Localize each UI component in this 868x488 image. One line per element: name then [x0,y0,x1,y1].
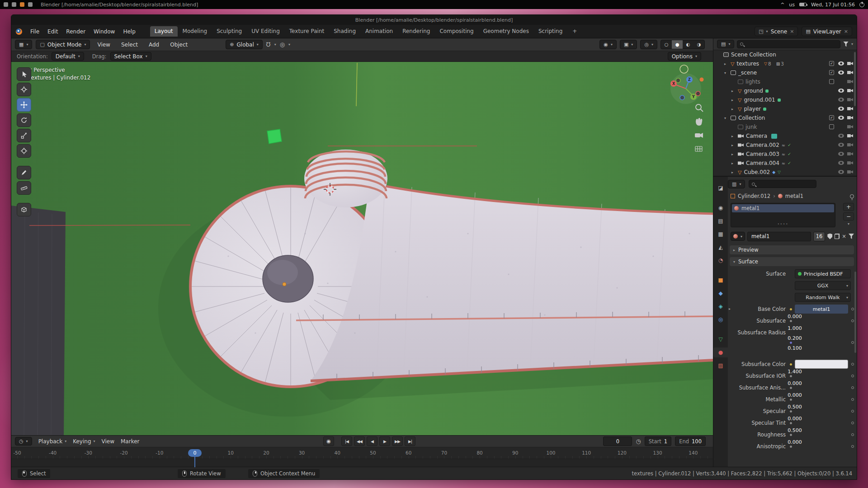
options-dropdown[interactable]: Options▾ [668,52,701,61]
breadcrumb-object[interactable]: Cylinder.012 [738,193,770,199]
mode-selector[interactable]: ▢Object Mode▾ [36,40,90,49]
workspace-tab-geometry-nodes[interactable]: Geometry Nodes [479,26,533,37]
workspace-tab-uv-editing[interactable]: UV Editing [247,26,284,37]
nodes-filter-icon[interactable] [849,234,854,239]
tab-texture[interactable]: ▨ [715,361,726,371]
menu-view[interactable]: View [94,40,113,49]
render-camera-icon[interactable] [847,143,853,147]
outliner-row-player[interactable]: ▸▽ player [713,104,857,113]
keyframe-dot[interactable] [851,363,854,366]
menu-window[interactable]: Window [90,27,118,36]
menu-timeline-view[interactable]: View [102,438,114,445]
expand-icon[interactable]: ▸ [731,89,736,93]
keyframe-dot[interactable] [851,433,854,436]
add-slot-button[interactable]: + [843,203,854,211]
expand-icon[interactable]: ▸ [731,98,736,102]
keyframe-dot[interactable] [851,445,854,448]
eye-icon[interactable] [838,70,844,75]
tab-render[interactable]: ◉ [715,203,726,213]
tab-modifiers[interactable]: ◆ [715,288,726,298]
eye-icon[interactable] [838,89,844,93]
drag-dropdown[interactable]: Select Box▾ [110,52,151,61]
properties-scrollbar[interactable] [854,272,856,353]
clock[interactable]: Wed, 17 Jul 01:56 [811,2,855,8]
outliner-row-scene-collection[interactable]: Scene Collection [713,50,857,59]
preview-panel-header[interactable]: ▸Preview [730,245,854,254]
surface-shader-button[interactable]: Principled BSDF [795,269,851,278]
render-camera-icon[interactable] [847,89,853,93]
expand-icon[interactable]: ▸ [731,170,736,174]
move-tool[interactable] [17,98,31,112]
subsurface-method-dropdown[interactable]: Random Walk▾ [795,293,851,302]
shading-wireframe-icon[interactable]: ○ [661,40,672,49]
tab-particles[interactable]: ◈ [715,301,726,311]
outliner-scrollbar[interactable] [854,52,856,106]
playhead[interactable]: 0 [188,449,202,457]
checkbox-empty-icon[interactable] [829,79,834,84]
properties-search-input[interactable] [749,180,816,188]
menu-playback[interactable]: Playback▾ [38,438,67,445]
workspace-tab-rendering[interactable]: Rendering [398,26,434,37]
tab-output[interactable]: ▤ [715,216,726,226]
auto-key-button[interactable]: ◉ [323,436,334,446]
render-camera-icon[interactable] [847,80,853,84]
menu-help[interactable]: Help [119,27,139,36]
material-name-field[interactable]: metal1 [747,232,811,241]
keyframe-dot[interactable] [851,398,854,401]
eye-icon[interactable] [838,61,844,66]
tab-physics[interactable]: ◎ [715,314,726,324]
render-camera-icon[interactable] [847,107,853,111]
jump-to-start-button[interactable]: |◀ [341,436,352,446]
unlink-icon[interactable]: × [842,233,846,239]
outliner-row-ground[interactable]: ▸▽ ground [713,86,857,95]
eye-icon[interactable] [838,107,844,111]
close-icon[interactable]: × [790,28,794,34]
add-workspace-button[interactable]: + [568,26,581,37]
render-camera-icon[interactable] [847,125,853,129]
breadcrumb-material[interactable]: metal1 [785,193,803,199]
checkbox-icon[interactable]: ✓ [829,70,834,75]
menu-keying[interactable]: Keying▾ [73,438,95,445]
start-frame-field[interactable]: Start1 [645,436,671,446]
outliner-row-camera[interactable]: ▸ Camera [713,131,857,141]
add-cube-tool[interactable] [17,203,31,216]
viewport-canvas[interactable]: X Z Y [11,62,714,436]
snap-magnet-icon[interactable]: ℧ [266,41,271,48]
eye-icon[interactable] [838,152,844,156]
tab-world[interactable]: ◔ [715,255,726,265]
system-tray-icons[interactable] [4,2,33,7]
render-camera-icon[interactable] [847,170,853,174]
eye-icon[interactable] [838,98,844,102]
users-count-button[interactable]: 16 [813,232,826,241]
timeline-editor-type-button[interactable]: ◷▾ [15,437,32,446]
navigation-gizmo[interactable]: X Z Y [670,73,701,104]
remove-slot-button[interactable]: − [843,212,854,221]
expand-icon[interactable]: ▸ [731,161,736,165]
workspace-tab-scripting[interactable]: Scripting [534,26,567,37]
eye-icon[interactable] [838,143,844,147]
eye-icon[interactable] [838,161,844,165]
shading-material-icon[interactable]: ◐ [683,40,693,49]
keyframe-dot[interactable] [851,341,854,344]
collapse-icon[interactable]: ▾ [724,71,728,75]
distribution-dropdown[interactable]: GGX▾ [795,281,851,290]
overlays-dropdown[interactable]: ◎▾ [640,40,657,49]
outliner-row-textures[interactable]: ▸▽ textures ▽8 ▨3 ✓ [713,59,857,68]
outliner-row-camera-002[interactable]: ▸ Camera.002≈✓ [713,141,857,150]
render-camera-icon[interactable] [847,61,853,66]
outliner-row-camera-004[interactable]: ▸ Camera.004≈✓ [713,159,857,168]
workspace-tab-compositing[interactable]: Compositing [435,26,478,37]
app-icon[interactable] [28,2,33,7]
workspace-tab-animation[interactable]: Animation [361,26,397,37]
gizmos-dropdown[interactable]: ▣▾ [620,40,637,49]
checkbox-icon[interactable]: ✓ [829,115,834,120]
tab-view-layer[interactable]: ▦ [715,229,726,239]
menu-render[interactable]: Render [62,27,89,36]
properties-editor-type-button[interactable]: ▥▾ [728,180,745,188]
material-slot-list[interactable]: metal1 •••• [731,203,835,227]
proportional-editing-icon[interactable]: ◎ [280,41,285,48]
play-button[interactable]: ▶ [379,436,390,446]
pin-icon[interactable] [850,194,854,198]
green-cube-object[interactable] [267,129,282,144]
eye-icon[interactable] [838,170,844,174]
